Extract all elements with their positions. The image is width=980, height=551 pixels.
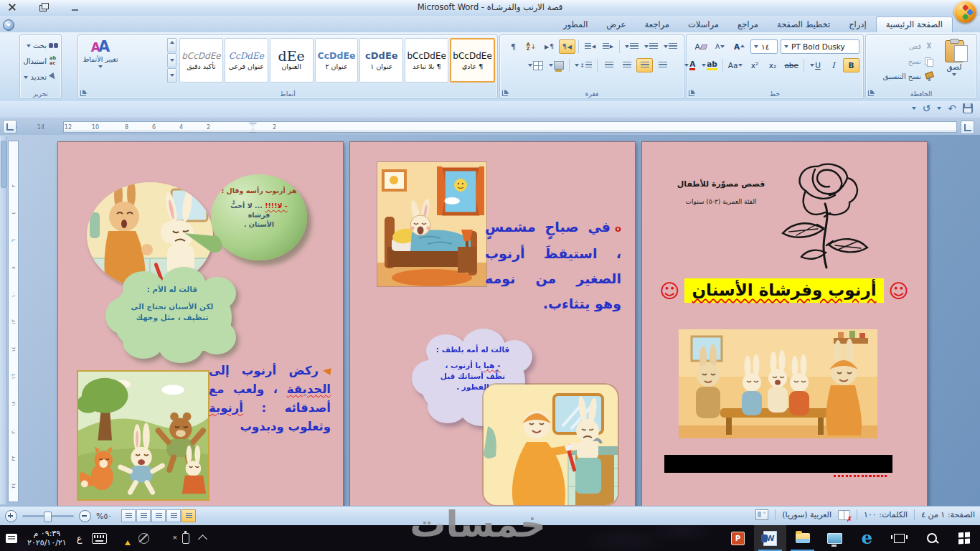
hidden-icons-chevron-icon[interactable]	[199, 534, 208, 544]
find-button[interactable]: بحث	[24, 41, 59, 50]
paste-button[interactable]: لصق	[938, 39, 971, 89]
story-paragraph-1[interactable]: oفي صباحٍ مشمسٍ ، استيقظَ أرنوب الصغير م…	[485, 215, 621, 316]
borders-button[interactable]	[526, 58, 545, 72]
tab-selector-icon[interactable]	[3, 120, 17, 133]
font-name-combo[interactable]: PT Bold Dusky	[781, 39, 859, 54]
usb-icon[interactable]	[182, 533, 189, 544]
word-count[interactable]: الكلمات: ١٠٠	[864, 510, 908, 519]
multilevel-list-button[interactable]	[623, 39, 641, 54]
section-layout-icon[interactable]	[755, 509, 768, 520]
network-icon[interactable]	[138, 533, 149, 544]
scrollbar-thumb[interactable]	[1, 141, 6, 188]
view-outline-button[interactable]	[136, 509, 151, 522]
document-page-1[interactable]: قصص مصوّرة للأطفال الفئة العمرية (٣-٥) س…	[641, 141, 928, 506]
style-no-spacing[interactable]: bCcDdEe ¶ بلا تباعد	[405, 38, 448, 83]
change-styles-button[interactable]: AA تغيير الأنماط	[81, 38, 120, 91]
office-orb-icon[interactable]	[954, 1, 976, 23]
rose-illustration[interactable]	[773, 159, 874, 270]
rtl-direction-button[interactable]: ¶◀	[559, 39, 575, 54]
superscript-button[interactable]: x²	[746, 58, 763, 72]
ruler-toggle-icon[interactable]	[961, 121, 974, 134]
numbering-button[interactable]	[642, 39, 660, 54]
document-page-3[interactable]: هز أرنوب رأسه وقال : - لا!!!! ... لا أحب…	[57, 141, 344, 506]
horizontal-ruler[interactable]: 16 14 12 10 8 6 4 2 2	[63, 121, 957, 133]
vertical-ruler[interactable]: ٢ ٤ ٦ ٨ ١٠ ١٢ ١٤ ١٦ ١٨ ٢٠ ٢٢ ٢٤	[8, 141, 19, 502]
bold-button[interactable]: B	[843, 58, 859, 72]
gallery-scroll-up-icon[interactable]	[167, 38, 176, 52]
bedroom-illustration[interactable]	[377, 162, 486, 286]
powerpoint-button[interactable]: P	[722, 525, 754, 551]
tab-review[interactable]: مراجعة	[635, 17, 679, 32]
chevron-down-icon[interactable]	[937, 107, 941, 112]
cover-title-row[interactable]: ☺ أرنوب وفرشاة الأسنان ☺	[655, 278, 913, 303]
view-web-button[interactable]	[151, 509, 166, 522]
story-paragraph-3[interactable]: ركض أرنوب إلى الحديقة ، ولعب مع أصدقائه …	[209, 362, 331, 436]
clear-formatting-button[interactable]: A	[692, 39, 709, 54]
edge-button[interactable]: e	[851, 525, 883, 551]
justify-button[interactable]	[600, 58, 617, 72]
task-view-button[interactable]	[883, 525, 915, 551]
shrink-font-button[interactable]: A	[712, 39, 728, 54]
strikethrough-button[interactable]: abe	[782, 58, 801, 72]
style-heading2[interactable]: CcDdEe عنوان ٢	[315, 38, 359, 83]
underline-button[interactable]: U	[807, 58, 824, 72]
park-illustration[interactable]	[77, 370, 209, 501]
zoom-in-button[interactable]	[5, 510, 17, 522]
tab-mailings[interactable]: مراسلات	[679, 17, 728, 32]
speech-bubble-refusal[interactable]: هز أرنوب رأسه وقال : - لا!!!! ... لا أحب…	[211, 174, 307, 260]
tab-references[interactable]: مراجع	[728, 17, 768, 32]
align-left-button[interactable]	[654, 58, 671, 72]
view-reading-button[interactable]	[166, 509, 181, 522]
style-subtitle[interactable]: CcDdEe عنوان فرعي	[225, 38, 268, 83]
select-button[interactable]: تحديد	[24, 72, 59, 82]
view-print-layout-button[interactable]	[182, 509, 196, 522]
gallery-more-icon[interactable]	[167, 68, 176, 83]
tab-insert[interactable]: إدراج	[839, 17, 876, 32]
zoom-level[interactable]: ٥٠%	[96, 512, 112, 521]
align-center-button[interactable]	[618, 58, 635, 72]
cut-button[interactable]: قص	[883, 42, 933, 51]
redo-arrow-icon[interactable]: ↺	[923, 103, 931, 114]
increase-indent-button[interactable]: ▶	[600, 39, 616, 54]
taskbar-clock[interactable]: ٠٩:٣٩ م ٢٠٢٥/١٠/٢١	[27, 529, 67, 547]
ltr-direction-button[interactable]: ▶¶	[541, 39, 557, 54]
align-right-button[interactable]	[636, 58, 653, 72]
document-page-2[interactable]: oفي صباحٍ مشمسٍ ، استيقظَ أرنوب الصغير م…	[349, 141, 636, 506]
zoom-out-button[interactable]	[79, 510, 91, 522]
grow-font-button[interactable]: A	[731, 39, 748, 54]
zoom-slider[interactable]	[22, 515, 74, 517]
notification-icon[interactable]	[6, 534, 17, 543]
undo-arrow-icon[interactable]: ↶	[948, 103, 956, 114]
style-normal[interactable]: bCcDdEe ¶ عادي	[450, 38, 495, 83]
tab-page-layout[interactable]: تخطيط الصفحة	[768, 17, 839, 32]
page-indicator[interactable]: الصفحة: ١ من ٤	[921, 510, 975, 519]
subscript-button[interactable]: x₂	[764, 58, 781, 72]
view-draft-button[interactable]	[121, 509, 136, 522]
style-heading1[interactable]: cDdEe عنوان ١	[359, 38, 403, 83]
style-title[interactable]: dEe العنوان	[270, 38, 314, 83]
cloud-bubble-mother[interactable]: قالت له الأم : لكن الأسنان تحتاج الى تنظ…	[105, 273, 239, 366]
decrease-indent-button[interactable]: ◀	[582, 39, 598, 54]
family-illustration[interactable]	[679, 329, 877, 438]
shading-button[interactable]	[547, 58, 566, 72]
save-icon[interactable]	[963, 103, 973, 113]
zoom-slider-thumb[interactable]	[44, 512, 52, 522]
language-switcher[interactable]: ع	[77, 533, 83, 544]
highlight-button[interactable]: ab	[699, 58, 720, 72]
bullets-button[interactable]	[661, 39, 679, 54]
defender-tray-button[interactable]	[117, 532, 128, 544]
cover-meta[interactable]: قصص مصوّرة للأطفال الفئة العمرية (٣-٥) س…	[671, 179, 771, 205]
vertical-scrollbar[interactable]	[0, 136, 7, 504]
taskbar-search-button[interactable]	[915, 525, 948, 551]
gallery-scroll-down-icon[interactable]	[167, 53, 176, 67]
italic-button[interactable]: I	[825, 58, 842, 72]
bathroom-illustration[interactable]	[484, 385, 618, 505]
tab-home[interactable]: الصفحة الرئيسية	[876, 17, 953, 32]
proofing-error-icon[interactable]	[838, 510, 850, 520]
font-size-combo[interactable]: ١٤	[750, 39, 778, 54]
line-spacing-button[interactable]: ↕	[573, 58, 594, 72]
help-gem-icon[interactable]	[3, 19, 14, 31]
start-button[interactable]	[948, 525, 980, 551]
indent-marker-icon[interactable]	[249, 123, 257, 133]
qat-customize-icon[interactable]	[912, 107, 916, 112]
